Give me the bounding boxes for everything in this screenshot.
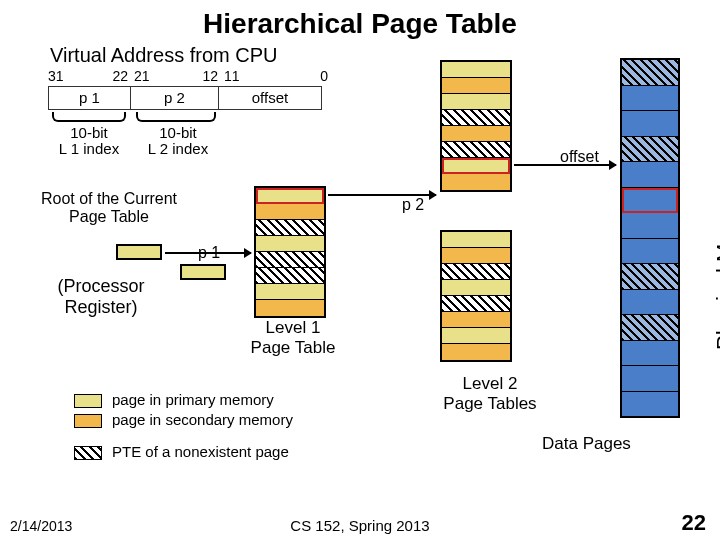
l1-row [256,236,324,252]
slide-title: Hierarchical Page Table [0,8,720,40]
bit-31: 31 [48,68,58,84]
level2-label: Level 2 Page Tables [430,374,550,414]
legend-pte-ne: PTE of a nonexistent page [112,443,289,460]
arrow-l1-to-l2 [328,194,436,196]
root-line1: Root of the Current [41,190,177,207]
legend-secondary: page in secondary memory [112,411,293,428]
va-bit-labels: 31 22 21 12 11 0 [48,68,328,84]
l2-index-label: 10-bit L 2 index [134,125,222,157]
l2-row [442,344,510,360]
p1-value-box [180,264,226,280]
l2-row [442,78,510,94]
legend-swatch-pte-ne [74,446,102,460]
l2-row [442,312,510,328]
l2-row [442,62,510,78]
l1-row [256,300,324,316]
phys-seg [622,137,678,163]
l1-row [256,252,324,268]
procreg-line2: Register) [64,297,137,317]
l2-line1: 10-bit [159,124,197,141]
va-p1: p 1 [49,87,131,109]
l2-row [442,158,510,174]
l1-line1: 10-bit [70,124,108,141]
level1-line2: Page Table [251,338,336,357]
l2-row [442,174,510,190]
bit-12: 12 [198,68,218,84]
l2-line2: L 2 index [148,140,208,157]
legend-swatch-secondary [74,414,102,428]
level2-line1: Level 2 [463,374,518,393]
phys-seg [622,366,678,392]
phys-seg [622,188,678,214]
legend-swatch-primary [74,394,102,408]
phys-seg [622,290,678,316]
physical-memory-column [620,58,680,418]
l2-row [442,142,510,158]
root-label: Root of the Current Page Table [24,190,194,226]
phys-seg [622,341,678,367]
physical-memory-label: Physical Memory [712,183,720,350]
brace-p2 [136,112,216,122]
l1-row [256,268,324,284]
l2-row [442,264,510,280]
phys-seg [622,213,678,239]
legend-primary: page in primary memory [112,391,274,408]
phys-seg [622,392,678,417]
brace-p1 [52,112,126,122]
phys-seg [622,239,678,265]
va-p2: p 2 [131,87,219,109]
level2-table-a [440,60,512,192]
level1-label: Level 1 Page Table [238,318,348,358]
procreg-line1: (Processor [57,276,144,296]
phys-seg [622,111,678,137]
l1-row [256,204,324,220]
arrow-l2-to-phys [514,164,616,166]
p2-pointer-label: p 2 [402,196,424,214]
l1-index-label: 10-bit L 1 index [48,125,130,157]
l2-row [442,94,510,110]
bit-22: 22 [108,68,128,84]
l2-row [442,296,510,312]
l2-row [442,248,510,264]
l1-row [256,284,324,300]
footer-center: CS 152, Spring 2013 [0,517,720,534]
l1-row [256,188,324,204]
va-caption: Virtual Address from CPU [50,44,278,67]
phys-seg [622,86,678,112]
level2-table-b [440,230,512,362]
l2-row [442,232,510,248]
root-line2: Page Table [69,208,149,225]
processor-register-label: (Processor Register) [30,276,172,318]
l1-line2: L 1 index [59,140,119,157]
phys-seg [622,264,678,290]
phys-seg [622,162,678,188]
processor-register-box [116,244,162,260]
l2-row [442,280,510,296]
level2-line2: Page Tables [443,394,536,413]
l2-row [442,110,510,126]
bit-11: 11 [224,68,244,84]
l1-row [256,220,324,236]
arrow-reg-to-l1 [165,252,251,254]
phys-seg [622,315,678,341]
l2-row [442,126,510,142]
data-pages-label: Data Pages [542,434,631,454]
va-offset: offset [219,87,321,109]
level1-table [254,186,326,318]
phys-seg [622,60,678,86]
bit-21: 21 [134,68,154,84]
footer-page-number: 22 [682,510,706,536]
level1-line1: Level 1 [266,318,321,337]
va-fields: p 1 p 2 offset [48,86,322,110]
bit-0: 0 [316,68,328,84]
l2-row [442,328,510,344]
